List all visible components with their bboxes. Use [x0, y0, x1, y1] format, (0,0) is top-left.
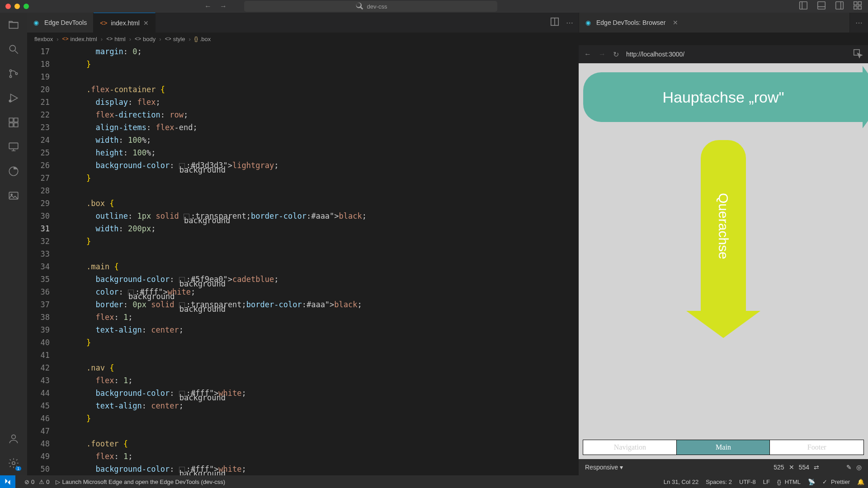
svg-rect-16: [9, 118, 13, 122]
remote-explorer-icon[interactable]: [7, 140, 20, 154]
browser-forward-button[interactable]: →: [599, 50, 606, 58]
line-number-gutter: 1718192021222324252627282930313233343536…: [27, 45, 59, 475]
viewport-height[interactable]: 554: [799, 464, 809, 471]
titlebar: ← → dev-css: [0, 0, 868, 13]
svg-rect-20: [9, 143, 18, 149]
svg-point-13: [9, 75, 11, 77]
inspect-element-icon[interactable]: [853, 48, 863, 60]
remote-indicator[interactable]: [0, 475, 15, 488]
device-selector[interactable]: Responsive ▾: [585, 464, 623, 471]
run-debug-icon[interactable]: [7, 91, 20, 105]
image-tool-icon[interactable]: [7, 189, 20, 202]
arrow-v-label: Querachse: [716, 193, 731, 259]
launch-edge-button[interactable]: ▷ Launch Microsoft Edge and open the Edg…: [56, 479, 225, 485]
warning-icon: ⚠: [39, 479, 44, 485]
flex-item-main: Main: [677, 440, 770, 455]
svg-point-12: [9, 70, 11, 71]
command-center-search[interactable]: dev-css: [244, 1, 497, 12]
tab-label: index.html: [111, 19, 140, 27]
go-live-icon[interactable]: 📡: [808, 479, 815, 485]
edge-icon: ◉: [33, 19, 41, 26]
extensions-icon[interactable]: [7, 116, 20, 129]
search-icon[interactable]: [7, 42, 20, 56]
search-text: dev-css: [367, 3, 387, 10]
svg-point-10: [9, 45, 15, 51]
flex-demo-row: Navigation Main Footer: [583, 440, 863, 455]
tab-label: Edge DevTools: Browser: [596, 19, 665, 26]
minimize-window-button[interactable]: [14, 4, 20, 9]
source-control-icon[interactable]: [7, 67, 20, 80]
more-actions-icon[interactable]: ⋯: [855, 19, 863, 27]
tab-index-html[interactable]: <> index.html ✕: [94, 13, 156, 33]
cursor-position[interactable]: Ln 31, Col 22: [664, 479, 698, 485]
svg-line-11: [15, 51, 18, 54]
browser-back-button[interactable]: ←: [584, 50, 591, 58]
settings-gear-icon[interactable]: 1: [7, 456, 20, 470]
errors-count[interactable]: ⊘0 ⚠0: [24, 479, 49, 485]
nav-forward-button[interactable]: →: [220, 2, 227, 10]
error-icon: ⊘: [24, 479, 29, 485]
tab-close-button[interactable]: ✕: [143, 19, 149, 27]
svg-point-26: [12, 435, 16, 439]
svg-rect-17: [14, 118, 18, 122]
tab-edge-browser[interactable]: ◉ Edge DevTools: Browser ✕: [579, 13, 850, 33]
crumb-file[interactable]: <>index.html: [62, 36, 97, 42]
customize-layout-icon[interactable]: [853, 0, 863, 12]
encoding-status[interactable]: UTF-8: [739, 479, 756, 485]
device-emulation-bar: Responsive ▾ 525 ✕ 554 ⇄ ✎ ◎: [579, 459, 868, 475]
eol-status[interactable]: LF: [763, 479, 770, 485]
svg-point-14: [15, 73, 17, 75]
settings-icon[interactable]: ◎: [856, 464, 862, 471]
search-icon: [354, 1, 364, 12]
maximize-window-button[interactable]: [24, 4, 29, 9]
svg-rect-9: [858, 6, 861, 9]
url-input[interactable]: [626, 51, 845, 58]
viewport-width[interactable]: 525: [774, 464, 784, 471]
crumb-html[interactable]: <>html: [106, 36, 126, 42]
chevron-down-icon: ▾: [620, 464, 623, 471]
close-window-button[interactable]: [5, 4, 11, 9]
more-actions-icon[interactable]: ⋯: [566, 19, 573, 27]
edge-tools-icon[interactable]: [7, 164, 20, 178]
breadcrumb[interactable]: flexbox › <>index.html › <>html › <>body…: [27, 33, 868, 45]
tab-label: Edge DevTools: [44, 19, 87, 26]
activity-bar: 1: [0, 13, 27, 475]
crumb-style[interactable]: <>style: [165, 36, 185, 42]
vertical-arrow-diagram: Querachse: [701, 140, 746, 312]
browser-preview-pane: ← → ↻ Hauptachse „row" Querachse: [579, 45, 868, 475]
rotate-icon[interactable]: ⇄: [814, 464, 819, 471]
crumb-folder[interactable]: flexbox: [34, 36, 53, 42]
tab-edge-devtools[interactable]: ◉ Edge DevTools: [27, 13, 94, 33]
split-editor-icon[interactable]: [550, 17, 560, 28]
explorer-icon[interactable]: [7, 18, 20, 32]
crumb-selector[interactable]: {}.box: [194, 36, 211, 42]
layout-panel-bottom-icon[interactable]: [816, 0, 826, 12]
svg-point-27: [12, 462, 15, 465]
notifications-icon[interactable]: 🔔: [857, 479, 864, 485]
crumb-body[interactable]: <>body: [135, 36, 156, 42]
accounts-icon[interactable]: [7, 432, 20, 446]
status-bar: ⊘0 ⚠0 ▷ Launch Microsoft Edge and open t…: [0, 475, 868, 488]
tab-close-button[interactable]: ✕: [673, 19, 678, 26]
horizontal-arrow-diagram: Hauptachse „row": [583, 72, 863, 122]
browser-reload-button[interactable]: ↻: [613, 50, 619, 59]
svg-point-15: [9, 100, 11, 102]
screenshot-icon[interactable]: ✎: [846, 464, 852, 471]
svg-rect-6: [854, 2, 857, 5]
language-mode[interactable]: {}HTML: [777, 479, 801, 485]
layout-panel-right-icon[interactable]: [835, 0, 844, 12]
traffic-lights: [5, 4, 29, 9]
nav-back-button[interactable]: ←: [204, 2, 212, 10]
flex-item-footer: Footer: [770, 440, 863, 455]
layout-panel-left-icon[interactable]: [798, 0, 808, 12]
browser-viewport: Hauptachse „row" Querachse Navigation Ma…: [579, 63, 868, 459]
code-editor[interactable]: 1718192021222324252627282930313233343536…: [27, 45, 579, 475]
prettier-status[interactable]: ✓Prettier: [822, 479, 850, 485]
html-file-icon: <>: [100, 19, 107, 27]
dimensions-separator: ✕: [789, 464, 794, 471]
svg-rect-7: [858, 2, 861, 5]
svg-rect-2: [818, 2, 826, 9]
flex-item-nav: Navigation: [583, 440, 677, 455]
indentation-status[interactable]: Spaces: 2: [706, 479, 732, 485]
editor-tabs: ◉ Edge DevTools <> index.html ✕ ⋯ ◉ Edge…: [27, 13, 868, 33]
